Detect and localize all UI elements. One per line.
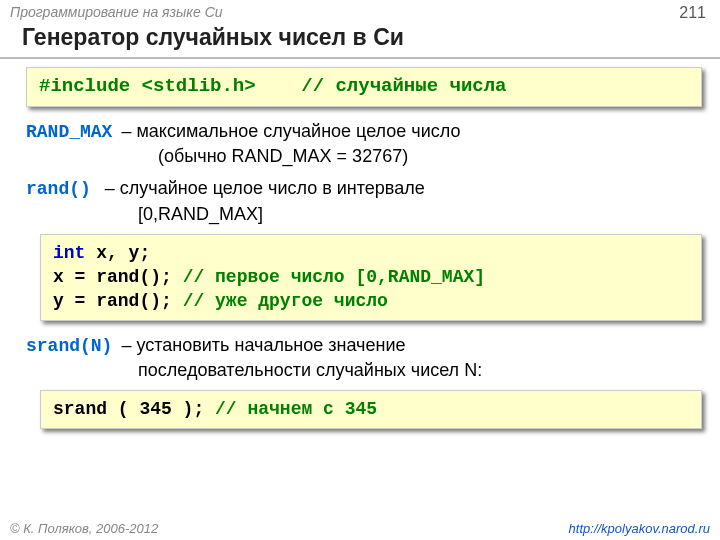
randmax-name: RAND_MAX (26, 122, 112, 142)
rand-name: rand() (26, 179, 91, 199)
kw-int: int (53, 243, 85, 263)
decl-xy: x, y; (85, 243, 150, 263)
srand-comment: // начнем с 345 (215, 399, 377, 419)
randmax-sub: (обычно RAND_MAX = 32767) (26, 144, 702, 168)
assign-x: x = rand(); (53, 267, 183, 287)
randmax-desc: – максимальное случайное целое число (116, 121, 460, 141)
page-number: 211 (679, 4, 706, 22)
srand-para: srand(N) – установить начальное значение… (26, 333, 702, 383)
comment-x: // первое число [0,RAND_MAX] (183, 267, 485, 287)
srand-desc: – установить начальное значение (116, 335, 405, 355)
code-rand-xy: int x, y; x = rand(); // первое число [0… (40, 234, 702, 321)
course-name: Программирование на языке Си (10, 4, 223, 22)
assign-y: y = rand(); (53, 291, 183, 311)
footer-link[interactable]: http://kpolyakov.narod.ru (569, 521, 710, 536)
footer: © К. Поляков, 2006-2012 http://kpolyakov… (10, 521, 710, 536)
content: #include <stdlib.h> // случайные числа R… (0, 67, 720, 429)
srand-name: srand(N) (26, 336, 112, 356)
code-srand: srand ( 345 ); // начнем с 345 (40, 390, 702, 428)
srand-sub: последовательности случайных чисел N: (26, 358, 702, 382)
title-rule (0, 57, 720, 59)
page-title: Генератор случайных чисел в Си (0, 22, 720, 57)
header: Программирование на языке Си 211 (0, 0, 720, 22)
rand-para: rand() – случайное целое число в интерва… (26, 176, 702, 226)
comment-y: // уже другое число (183, 291, 388, 311)
code-include: #include <stdlib.h> // случайные числа (26, 67, 702, 107)
randmax-para: RAND_MAX – максимальное случайное целое … (26, 119, 702, 169)
srand-call: srand ( 345 ); (53, 399, 215, 419)
copyright: © К. Поляков, 2006-2012 (10, 521, 158, 536)
include-comment: // случайные числа (301, 75, 506, 97)
rand-desc: – случайное целое число в интервале (100, 178, 425, 198)
include-directive: #include <stdlib.h> (39, 75, 256, 97)
rand-sub: [0,RAND_MAX] (26, 202, 702, 226)
slide: Программирование на языке Си 211 Генерат… (0, 0, 720, 540)
